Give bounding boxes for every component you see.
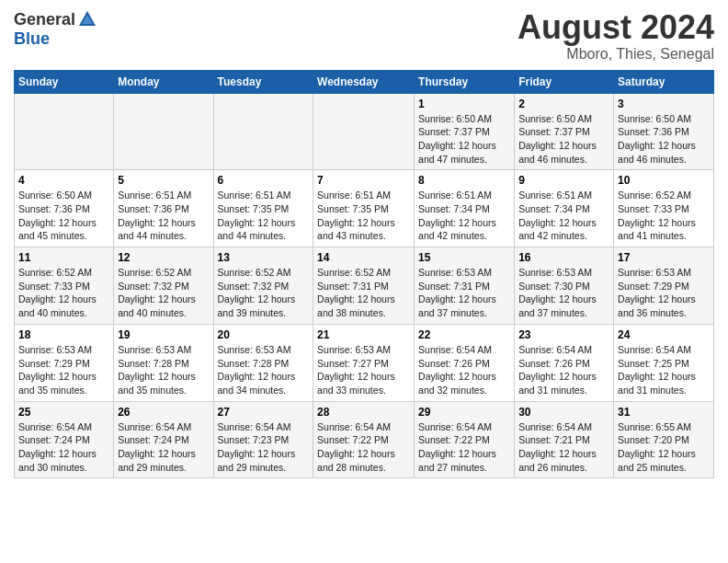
day-number: 4 xyxy=(18,174,109,187)
table-row xyxy=(15,93,114,170)
day-info: Sunrise: 6:50 AMSunset: 7:36 PMDaylight:… xyxy=(18,189,109,243)
day-info: Sunrise: 6:54 AMSunset: 7:22 PMDaylight:… xyxy=(317,420,410,475)
table-row: 15Sunrise: 6:53 AMSunset: 7:31 PMDayligh… xyxy=(415,247,515,325)
day-info: Sunrise: 6:54 AMSunset: 7:23 PMDaylight:… xyxy=(218,420,310,475)
day-info: Sunrise: 6:50 AMSunset: 7:37 PMDaylight:… xyxy=(518,112,609,167)
table-row: 26Sunrise: 6:54 AMSunset: 7:24 PMDayligh… xyxy=(114,401,213,478)
day-info: Sunrise: 6:51 AMSunset: 7:34 PMDaylight:… xyxy=(518,189,609,243)
day-number: 29 xyxy=(418,406,510,419)
day-info: Sunrise: 6:51 AMSunset: 7:34 PMDaylight:… xyxy=(418,189,510,243)
table-row: 27Sunrise: 6:54 AMSunset: 7:23 PMDayligh… xyxy=(213,401,313,478)
day-info: Sunrise: 6:50 AMSunset: 7:36 PMDaylight:… xyxy=(618,112,710,167)
day-number: 9 xyxy=(518,174,609,187)
day-info: Sunrise: 6:54 AMSunset: 7:24 PMDaylight:… xyxy=(118,420,209,475)
day-number: 8 xyxy=(418,174,510,187)
day-info: Sunrise: 6:52 AMSunset: 7:32 PMDaylight:… xyxy=(218,266,310,320)
day-info: Sunrise: 6:52 AMSunset: 7:31 PMDaylight:… xyxy=(317,266,410,320)
day-number: 10 xyxy=(618,174,710,187)
table-row: 17Sunrise: 6:53 AMSunset: 7:29 PMDayligh… xyxy=(614,247,714,325)
table-row: 10Sunrise: 6:52 AMSunset: 7:33 PMDayligh… xyxy=(614,170,714,247)
calendar-week-row: 1Sunrise: 6:50 AMSunset: 7:37 PMDaylight… xyxy=(15,93,714,170)
day-number: 7 xyxy=(317,174,410,187)
day-info: Sunrise: 6:51 AMSunset: 7:36 PMDaylight:… xyxy=(118,189,209,243)
day-info: Sunrise: 6:51 AMSunset: 7:35 PMDaylight:… xyxy=(218,189,310,243)
table-row: 24Sunrise: 6:54 AMSunset: 7:25 PMDayligh… xyxy=(614,324,714,401)
day-info: Sunrise: 6:54 AMSunset: 7:21 PMDaylight:… xyxy=(518,420,609,475)
table-row: 3Sunrise: 6:50 AMSunset: 7:36 PMDaylight… xyxy=(614,93,714,170)
col-tuesday: Tuesday xyxy=(213,70,313,93)
page-header: General Blue August 2024 Mboro, Thies, S… xyxy=(14,9,714,63)
col-wednesday: Wednesday xyxy=(313,70,415,93)
day-number: 28 xyxy=(317,406,410,419)
day-number: 21 xyxy=(317,328,410,341)
table-row: 21Sunrise: 6:53 AMSunset: 7:27 PMDayligh… xyxy=(313,324,415,401)
day-info: Sunrise: 6:54 AMSunset: 7:26 PMDaylight:… xyxy=(418,343,510,397)
table-row: 20Sunrise: 6:53 AMSunset: 7:28 PMDayligh… xyxy=(213,324,313,401)
table-row xyxy=(114,93,213,170)
calendar-week-row: 25Sunrise: 6:54 AMSunset: 7:24 PMDayligh… xyxy=(15,401,714,478)
table-row: 2Sunrise: 6:50 AMSunset: 7:37 PMDaylight… xyxy=(515,93,614,170)
day-info: Sunrise: 6:54 AMSunset: 7:22 PMDaylight:… xyxy=(418,420,510,475)
logo-icon xyxy=(77,9,97,29)
logo-blue: Blue xyxy=(14,29,50,49)
day-number: 1 xyxy=(418,98,510,110)
calendar-week-row: 4Sunrise: 6:50 AMSunset: 7:36 PMDaylight… xyxy=(15,170,714,247)
day-info: Sunrise: 6:51 AMSunset: 7:35 PMDaylight:… xyxy=(317,189,410,243)
day-number: 3 xyxy=(618,98,710,110)
day-number: 15 xyxy=(418,251,510,264)
page-subtitle: Mboro, Thies, Senegal xyxy=(518,46,714,63)
table-row: 25Sunrise: 6:54 AMSunset: 7:24 PMDayligh… xyxy=(15,401,114,478)
calendar-week-row: 18Sunrise: 6:53 AMSunset: 7:29 PMDayligh… xyxy=(15,324,714,401)
day-number: 5 xyxy=(118,174,209,187)
day-info: Sunrise: 6:53 AMSunset: 7:30 PMDaylight:… xyxy=(518,266,609,320)
day-info: Sunrise: 6:52 AMSunset: 7:33 PMDaylight:… xyxy=(18,266,109,320)
day-info: Sunrise: 6:52 AMSunset: 7:32 PMDaylight:… xyxy=(118,266,209,320)
table-row: 30Sunrise: 6:54 AMSunset: 7:21 PMDayligh… xyxy=(515,401,614,478)
day-info: Sunrise: 6:53 AMSunset: 7:29 PMDaylight:… xyxy=(18,343,109,397)
calendar-table: Sunday Monday Tuesday Wednesday Thursday… xyxy=(14,70,714,479)
day-number: 13 xyxy=(218,251,310,264)
day-number: 2 xyxy=(518,98,609,110)
table-row: 16Sunrise: 6:53 AMSunset: 7:30 PMDayligh… xyxy=(515,247,614,325)
col-saturday: Saturday xyxy=(614,70,714,93)
table-row: 8Sunrise: 6:51 AMSunset: 7:34 PMDaylight… xyxy=(415,170,515,247)
day-number: 22 xyxy=(418,328,510,341)
col-sunday: Sunday xyxy=(15,70,114,93)
calendar-header-row: Sunday Monday Tuesday Wednesday Thursday… xyxy=(15,70,714,93)
col-friday: Friday xyxy=(515,70,614,93)
table-row: 1Sunrise: 6:50 AMSunset: 7:37 PMDaylight… xyxy=(415,93,515,170)
day-info: Sunrise: 6:53 AMSunset: 7:28 PMDaylight:… xyxy=(118,343,209,397)
day-number: 17 xyxy=(618,251,710,264)
day-number: 24 xyxy=(618,328,710,341)
day-number: 27 xyxy=(218,406,310,419)
day-number: 20 xyxy=(218,328,310,341)
table-row: 11Sunrise: 6:52 AMSunset: 7:33 PMDayligh… xyxy=(15,247,114,325)
day-number: 31 xyxy=(618,406,710,419)
day-number: 25 xyxy=(18,406,109,419)
col-thursday: Thursday xyxy=(415,70,515,93)
day-number: 19 xyxy=(118,328,209,341)
logo: General Blue xyxy=(14,9,97,49)
day-info: Sunrise: 6:54 AMSunset: 7:25 PMDaylight:… xyxy=(618,343,710,397)
day-info: Sunrise: 6:55 AMSunset: 7:20 PMDaylight:… xyxy=(618,420,710,475)
table-row: 9Sunrise: 6:51 AMSunset: 7:34 PMDaylight… xyxy=(515,170,614,247)
table-row: 5Sunrise: 6:51 AMSunset: 7:36 PMDaylight… xyxy=(114,170,213,247)
day-info: Sunrise: 6:54 AMSunset: 7:24 PMDaylight:… xyxy=(18,420,109,475)
col-monday: Monday xyxy=(114,70,213,93)
logo-general: General xyxy=(14,10,75,29)
table-row: 23Sunrise: 6:54 AMSunset: 7:26 PMDayligh… xyxy=(515,324,614,401)
table-row: 12Sunrise: 6:52 AMSunset: 7:32 PMDayligh… xyxy=(114,247,213,325)
day-info: Sunrise: 6:52 AMSunset: 7:33 PMDaylight:… xyxy=(618,189,710,243)
table-row xyxy=(213,93,313,170)
title-block: August 2024 Mboro, Thies, Senegal xyxy=(518,9,714,63)
table-row: 6Sunrise: 6:51 AMSunset: 7:35 PMDaylight… xyxy=(213,170,313,247)
day-info: Sunrise: 6:54 AMSunset: 7:26 PMDaylight:… xyxy=(518,343,609,397)
table-row: 22Sunrise: 6:54 AMSunset: 7:26 PMDayligh… xyxy=(415,324,515,401)
day-number: 18 xyxy=(18,328,109,341)
table-row: 13Sunrise: 6:52 AMSunset: 7:32 PMDayligh… xyxy=(213,247,313,325)
day-info: Sunrise: 6:53 AMSunset: 7:29 PMDaylight:… xyxy=(618,266,710,320)
day-number: 26 xyxy=(118,406,209,419)
page-title: August 2024 xyxy=(518,9,714,46)
day-info: Sunrise: 6:53 AMSunset: 7:27 PMDaylight:… xyxy=(317,343,410,397)
table-row: 28Sunrise: 6:54 AMSunset: 7:22 PMDayligh… xyxy=(313,401,415,478)
